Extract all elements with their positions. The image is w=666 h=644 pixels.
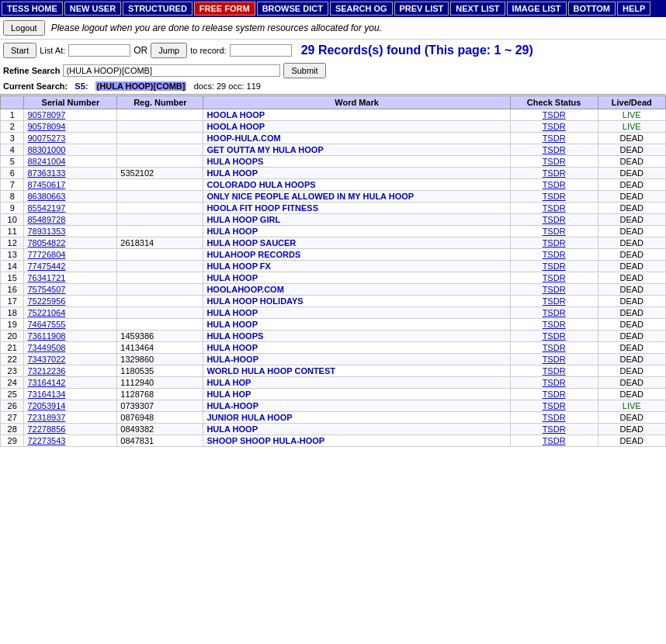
cell-serial[interactable]: 76341721 bbox=[24, 272, 117, 284]
cell-word-mark[interactable]: HOOLA HOOP bbox=[203, 121, 510, 133]
cell-word-mark[interactable]: HOOLA HOOP bbox=[203, 109, 510, 121]
cell-serial[interactable]: 90075273 bbox=[24, 133, 117, 144]
cell-serial[interactable]: 73212236 bbox=[24, 365, 117, 377]
cell-word-mark[interactable]: HULA HOOP bbox=[203, 272, 510, 284]
cell-word-mark[interactable]: SHOOP SHOOP HULA-HOOP bbox=[203, 435, 510, 447]
tess-home-nav-button[interactable]: TESS HOME bbox=[2, 2, 63, 16]
cell-word-mark[interactable]: HOOP-HULA.COM bbox=[203, 133, 510, 144]
cell-word-mark[interactable]: HULAHOOP RECORDS bbox=[203, 249, 510, 261]
structured-nav-button[interactable]: STRUCTURED bbox=[123, 2, 193, 16]
cell-serial[interactable]: 75225956 bbox=[24, 296, 117, 307]
cell-word-mark[interactable]: HOOLA FIT HOOP FITNESS bbox=[203, 203, 510, 214]
start-button[interactable]: Start bbox=[3, 43, 36, 58]
cell-serial[interactable]: 73437022 bbox=[24, 354, 117, 365]
cell-check-status[interactable]: TSDR bbox=[510, 261, 598, 272]
cell-word-mark[interactable]: JUNIOR HULA HOOP bbox=[203, 412, 510, 424]
cell-serial[interactable]: 88241004 bbox=[24, 156, 117, 168]
cell-check-status[interactable]: TSDR bbox=[510, 249, 598, 261]
cell-serial[interactable]: 72318937 bbox=[24, 412, 117, 424]
cell-serial[interactable]: 87450617 bbox=[24, 179, 117, 191]
cell-check-status[interactable]: TSDR bbox=[510, 214, 598, 226]
cell-serial[interactable]: 75221064 bbox=[24, 307, 117, 319]
cell-word-mark[interactable]: HULA-HOOP bbox=[203, 400, 510, 412]
cell-check-status[interactable]: TSDR bbox=[510, 389, 598, 400]
cell-word-mark[interactable]: ONLY NICE PEOPLE ALLOWED IN MY HULA HOOP bbox=[203, 191, 510, 203]
cell-serial[interactable]: 78054822 bbox=[24, 237, 117, 249]
cell-serial[interactable]: 72273543 bbox=[24, 435, 117, 447]
cell-serial[interactable]: 73164134 bbox=[24, 389, 117, 400]
cell-serial[interactable]: 77726804 bbox=[24, 249, 117, 261]
cell-check-status[interactable]: TSDR bbox=[510, 144, 598, 156]
cell-check-status[interactable]: TSDR bbox=[510, 319, 598, 331]
cell-check-status[interactable]: TSDR bbox=[510, 121, 598, 133]
cell-word-mark[interactable]: HULA HOOP bbox=[203, 226, 510, 237]
cell-word-mark[interactable]: COLORADO HULA HOOPS bbox=[203, 179, 510, 191]
cell-serial[interactable]: 85542197 bbox=[24, 203, 117, 214]
cell-check-status[interactable]: TSDR bbox=[510, 156, 598, 168]
cell-serial[interactable]: 72053914 bbox=[24, 400, 117, 412]
cell-serial[interactable]: 73449508 bbox=[24, 342, 117, 354]
logout-button[interactable]: Logout bbox=[3, 20, 45, 36]
cell-serial[interactable]: 74647555 bbox=[24, 319, 117, 331]
cell-word-mark[interactable]: HULA HOP bbox=[203, 389, 510, 400]
help-nav-button[interactable]: HELP bbox=[617, 2, 650, 16]
cell-check-status[interactable]: TSDR bbox=[510, 435, 598, 447]
cell-word-mark[interactable]: HOOLAHOOP.COM bbox=[203, 284, 510, 296]
cell-word-mark[interactable]: WORLD HULA HOOP CONTEST bbox=[203, 365, 510, 377]
cell-word-mark[interactable]: HULA HOOP bbox=[203, 307, 510, 319]
image-list-nav-button[interactable]: IMAGE LIST bbox=[507, 2, 567, 16]
refine-search-input[interactable] bbox=[63, 64, 280, 77]
cell-check-status[interactable]: TSDR bbox=[510, 191, 598, 203]
cell-word-mark[interactable]: HULA HOOP SAUCER bbox=[203, 237, 510, 249]
cell-check-status[interactable]: TSDR bbox=[510, 133, 598, 144]
prev-list-nav-button[interactable]: PREV LIST bbox=[394, 2, 449, 16]
cell-check-status[interactable]: TSDR bbox=[510, 331, 598, 342]
refine-submit-button[interactable]: Submit bbox=[283, 63, 325, 78]
search-og-nav-button[interactable]: SEARCH OG bbox=[330, 2, 393, 16]
cell-serial[interactable]: 87363133 bbox=[24, 168, 117, 179]
cell-word-mark[interactable]: HULA HOOP GIRL bbox=[203, 214, 510, 226]
browse-dict-nav-button[interactable]: BROWSE DICT bbox=[257, 2, 328, 16]
to-record-input[interactable] bbox=[230, 44, 292, 57]
cell-word-mark[interactable]: HULA HOOP bbox=[203, 319, 510, 331]
bottom-nav-button[interactable]: BOTTOM bbox=[568, 2, 616, 16]
free-form-nav-button[interactable]: FREE FORM bbox=[194, 2, 255, 16]
cell-serial[interactable]: 88301000 bbox=[24, 144, 117, 156]
cell-check-status[interactable]: TSDR bbox=[510, 342, 598, 354]
cell-word-mark[interactable]: HULA HOOPS bbox=[203, 156, 510, 168]
cell-serial[interactable]: 73164142 bbox=[24, 377, 117, 389]
new-user-nav-button[interactable]: NEW USER bbox=[64, 2, 121, 16]
cell-word-mark[interactable]: GET OUTTA MY HULA HOOP bbox=[203, 144, 510, 156]
cell-check-status[interactable]: TSDR bbox=[510, 307, 598, 319]
cell-serial[interactable]: 77475442 bbox=[24, 261, 117, 272]
cell-check-status[interactable]: TSDR bbox=[510, 179, 598, 191]
list-at-input[interactable] bbox=[68, 44, 130, 57]
cell-check-status[interactable]: TSDR bbox=[510, 354, 598, 365]
next-list-nav-button[interactable]: NEXT LIST bbox=[450, 2, 505, 16]
cell-serial[interactable]: 75754507 bbox=[24, 284, 117, 296]
cell-serial[interactable]: 73611908 bbox=[24, 331, 117, 342]
cell-word-mark[interactable]: HULA HOOP bbox=[203, 168, 510, 179]
cell-check-status[interactable]: TSDR bbox=[510, 237, 598, 249]
cell-word-mark[interactable]: HULA-HOOP bbox=[203, 354, 510, 365]
cell-serial[interactable]: 72278856 bbox=[24, 424, 117, 435]
cell-word-mark[interactable]: HULA HOP bbox=[203, 377, 510, 389]
cell-check-status[interactable]: TSDR bbox=[510, 203, 598, 214]
jump-button[interactable]: Jump bbox=[151, 43, 187, 58]
cell-serial[interactable]: 90578094 bbox=[24, 121, 117, 133]
cell-check-status[interactable]: TSDR bbox=[510, 365, 598, 377]
cell-check-status[interactable]: TSDR bbox=[510, 272, 598, 284]
cell-serial[interactable]: 86380663 bbox=[24, 191, 117, 203]
cell-word-mark[interactable]: HULA HOOP bbox=[203, 424, 510, 435]
cell-check-status[interactable]: TSDR bbox=[510, 400, 598, 412]
cell-serial[interactable]: 85489728 bbox=[24, 214, 117, 226]
cell-check-status[interactable]: TSDR bbox=[510, 168, 598, 179]
cell-check-status[interactable]: TSDR bbox=[510, 296, 598, 307]
cell-check-status[interactable]: TSDR bbox=[510, 424, 598, 435]
cell-word-mark[interactable]: HULA HOOP FX bbox=[203, 261, 510, 272]
cell-serial[interactable]: 90578097 bbox=[24, 109, 117, 121]
cell-serial[interactable]: 78931353 bbox=[24, 226, 117, 237]
cell-check-status[interactable]: TSDR bbox=[510, 109, 598, 121]
cell-word-mark[interactable]: HULA HOOP bbox=[203, 342, 510, 354]
cell-check-status[interactable]: TSDR bbox=[510, 377, 598, 389]
